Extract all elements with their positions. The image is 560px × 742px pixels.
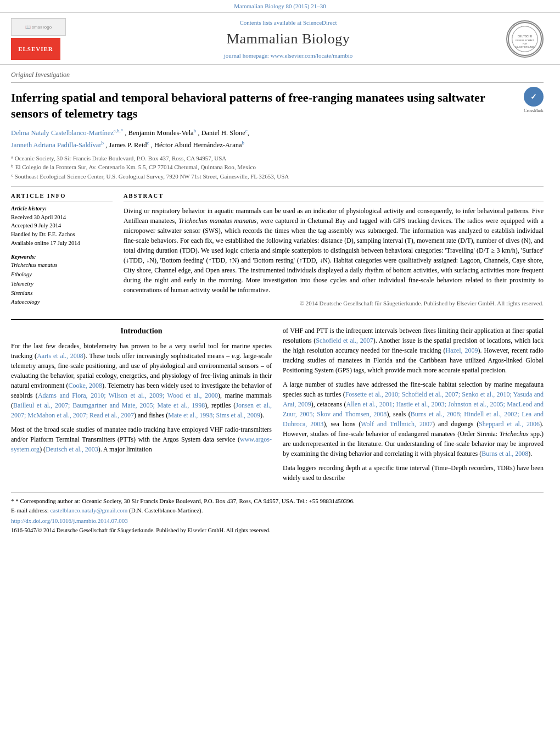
author5: , James P. Reid	[105, 141, 147, 149]
abstract-heading: ABSTRACT	[124, 192, 544, 202]
info-abstract-row: ARTICLE INFO Article history: Received 3…	[11, 186, 544, 313]
author6-sup: b	[242, 140, 245, 146]
svg-text:✓: ✓	[530, 93, 537, 101]
author4: Janneth Adriana Padilla-Saldívar	[11, 141, 102, 149]
corresponding-text: * Corresponding author at: Oceanic Socie…	[15, 498, 354, 504]
corresponding-symbol: *	[11, 498, 15, 504]
affil-c: ᶜ Southeast Ecological Science Center, U…	[11, 172, 544, 181]
author4-comma: ,	[248, 130, 249, 137]
right-para3: Data loggers recording depth at a specif…	[283, 463, 544, 483]
contents-line: Contents lists available at ScienceDirec…	[77, 19, 500, 27]
available-online: Available online 17 July 2014	[11, 239, 113, 248]
doi-text[interactable]: http://dx.doi.org/10.1016/j.mambio.2014.…	[11, 517, 128, 524]
author5-sup: c	[147, 140, 149, 146]
author3: , Daniel H. Slone	[198, 130, 245, 137]
top-bar: Mammalian Biology 80 (2015) 21–30	[0, 0, 560, 13]
dg-logo: DEUTSCHE GESELLSCHAFT FÜR SÄUGETIERKUNDE	[506, 20, 544, 58]
footnote-section: * * Corresponding author at: Oceanic Soc…	[11, 493, 544, 534]
title-row: Inferring spatial and temporal behaviora…	[11, 86, 544, 127]
article-type: Original Investigation	[11, 70, 544, 82]
sciencedirect-link[interactable]: ScienceDirect	[303, 19, 337, 26]
species-name: Trichechus manatus manatus	[178, 217, 256, 225]
ref-burns2[interactable]: Burns et al., 2008	[481, 450, 528, 458]
ref-adams[interactable]: Adams and Flora, 2010; Wilson et al., 20…	[38, 392, 218, 399]
and-text: and	[438, 420, 447, 428]
article-info: ARTICLE INFO Article history: Received 3…	[11, 192, 113, 313]
svg-text:GESELLSCHAFT: GESELLSCHAFT	[516, 39, 535, 42]
keywords-section: Keywords: Trichechus manatus Ethology Te…	[11, 253, 113, 308]
right-para2: A large number of studies have addressed…	[283, 380, 544, 459]
page-wrapper: Mammalian Biology 80 (2015) 21–30 📖 smal…	[0, 0, 560, 540]
svg-text:SÄUGETIERKUNDE: SÄUGETIERKUNDE	[515, 46, 535, 48]
affil-b: ᵇ El Colegio de la Frontera Sur, Av. Cen…	[11, 163, 544, 172]
journal-title: Mammalian Biology	[77, 29, 500, 49]
history-label: Article history:	[11, 205, 113, 213]
handled-by: Handled by Dr. F.E. Zachos	[11, 230, 113, 239]
journal-volume: Mammalian Biology 80 (2015) 21–30	[234, 3, 326, 9]
author6: , Héctor Abuid Hernández-Arana	[151, 141, 242, 149]
ref-sheppard[interactable]: Sheppard et al., 2006	[479, 420, 540, 428]
article-wrapper: Original Investigation Inferring spatial…	[0, 65, 560, 540]
crossmark-circle: ✓	[524, 87, 544, 107]
intro-para2: Most of the broad scale studies of manat…	[11, 425, 272, 454]
ref-aarts[interactable]: Aarts et al., 2008	[37, 352, 83, 360]
author2: , Benjamin Morales-Vela	[125, 130, 193, 137]
elsevier-logo: ELSEVIER	[11, 38, 60, 60]
keywords-list: Trichechus manatus Ethology Telemetry Si…	[11, 261, 113, 307]
keyword3: Telemetry	[11, 280, 113, 289]
article-info-heading: ARTICLE INFO	[11, 192, 113, 202]
author4-sup: b	[102, 140, 104, 146]
ref-cooke[interactable]: Cooke, 2008	[68, 382, 102, 389]
email-link[interactable]: castelblanco.nataly@gmail.com	[50, 507, 127, 514]
homepage-line: journal homepage: www.elsevier.com/locat…	[77, 52, 500, 60]
journal-header-left: 📖 small logo ELSEVIER	[11, 18, 77, 60]
abstract-text: Diving or respiratory behavior in aquati…	[124, 206, 544, 295]
author1: Delma Nataly Castelblanco-Martínez	[11, 130, 114, 137]
ref-wolf[interactable]: Wolf and Trillmich, 2007	[361, 420, 433, 428]
journal-header-center: Contents lists available at ScienceDirec…	[77, 19, 500, 60]
keyword5: Autoecology	[11, 298, 113, 307]
authors: Delma Nataly Castelblanco-Martíneza,b,* …	[11, 127, 544, 150]
ref-mate[interactable]: Mate et al., 1998; Sims et al., 2009	[168, 411, 260, 419]
accepted-date: Accepted 9 July 2014	[11, 221, 113, 230]
right-column: of VHF and PTT is the infrequent interva…	[283, 326, 544, 487]
crossmark: ✓ CrossMark	[524, 87, 544, 114]
ref-bailleul[interactable]: Bailleul et al., 2007; Baumgartner and M…	[13, 401, 205, 409]
email-note: (D.N. Castelblanco-Martínez).	[129, 507, 203, 514]
issn-line: 1616-5047/© 2014 Deutsche Gesellschaft f…	[11, 527, 544, 535]
author1-sup: a,b,*	[114, 128, 124, 133]
crossmark-label: CrossMark	[524, 108, 544, 114]
abstract-section: ABSTRACT Diving or respiratory behavior …	[124, 192, 544, 313]
journal-header-right: DEUTSCHE GESELLSCHAFT FÜR SÄUGETIERKUNDE	[500, 20, 544, 58]
article-history: Article history: Received 30 April 2014 …	[11, 205, 113, 248]
svg-text:DEUTSCHE: DEUTSCHE	[518, 35, 533, 38]
svg-text:FÜR: FÜR	[523, 42, 527, 45]
email-footnote: E-mail address: castelblanco.nataly@gmai…	[11, 506, 544, 515]
homepage-link[interactable]: www.elsevier.com/locate/mambio	[271, 52, 353, 59]
keyword2: Ethology	[11, 270, 113, 280]
received-date: Received 30 April 2014	[11, 213, 113, 222]
right-para1: of VHF and PTT is the infrequent interva…	[283, 326, 544, 375]
keyword1: Trichechus manatus	[11, 261, 113, 270]
left-column: Introduction For the last few decades, b…	[11, 326, 272, 487]
keywords-label: Keywords:	[11, 253, 113, 261]
doi-line: http://dx.doi.org/10.1016/j.mambio.2014.…	[11, 517, 544, 525]
introduction-heading: Introduction	[11, 326, 272, 337]
body-content: Introduction For the last few decades, b…	[11, 326, 544, 487]
keyword4: Sirenians	[11, 289, 113, 298]
author2-sup: b	[194, 128, 197, 133]
corresponding-footnote: * * Corresponding author at: Oceanic Soc…	[11, 496, 544, 506]
trichechus-mention: Trichechus	[500, 430, 529, 438]
ref-schofield[interactable]: Schofield et al., 2007	[316, 337, 373, 344]
elsevier-top-logo: 📖 small logo	[11, 18, 66, 36]
copyright-line: © 2014 Deutsche Gesellschaft für Säugeti…	[124, 299, 544, 308]
section-divider	[11, 319, 544, 320]
intro-para1: For the last few decades, biotelemetry h…	[11, 341, 272, 420]
journal-header: 📖 small logo ELSEVIER Contents lists ava…	[0, 13, 560, 65]
affiliations: ᵃ Oceanic Society, 30 Sir Francis Drake …	[11, 154, 544, 181]
article-title: Inferring spatial and temporal behaviora…	[11, 90, 518, 121]
ref-deutsch[interactable]: Deutsch et al., 2003	[46, 445, 98, 453]
email-label: E-mail address:	[11, 507, 49, 514]
affil-a: ᵃ Oceanic Society, 30 Sir Francis Drake …	[11, 154, 544, 163]
ref-hazel[interactable]: Hazel, 2009	[446, 347, 478, 354]
